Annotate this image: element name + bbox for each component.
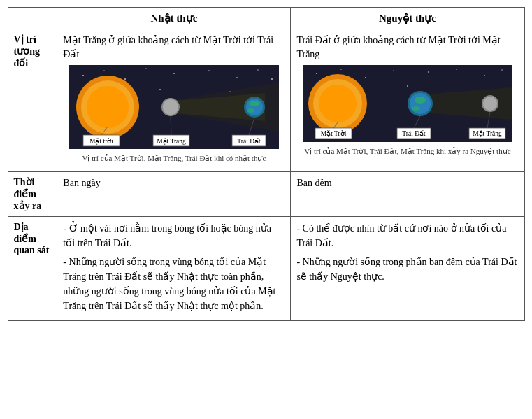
row-vi-tri: Vị trí tương đối Mặt Trăng ở giữa khoảng…	[8, 29, 524, 172]
solar-eclipse-diagram: Mặt trời Mặt Trăng Trái Đất	[63, 65, 285, 149]
svg-text:Mặt Trăng: Mặt Trăng	[473, 130, 502, 137]
row3-col2-item1: - Có thể được nhìn từ bất cứ nơi nào ở n…	[296, 221, 518, 250]
row1-label: Vị trí tương đối	[8, 29, 57, 172]
svg-point-50	[415, 97, 426, 104]
svg-text:Mặt Trời: Mặt Trời	[321, 130, 347, 137]
svg-point-51	[412, 106, 420, 111]
svg-point-7	[236, 77, 238, 78]
svg-point-34	[316, 73, 317, 74]
svg-point-38	[428, 71, 429, 73]
svg-point-22	[250, 101, 259, 106]
svg-point-9	[271, 78, 273, 80]
svg-point-17	[87, 86, 129, 128]
row-dia-diem: Địa điểm quan sát - Ở một vài nơi nằm tr…	[8, 216, 524, 320]
svg-point-37	[393, 70, 394, 71]
row1-col1-cell: Mặt Trăng ở giữa khoảng cách từ Mặt Trời…	[57, 29, 291, 172]
row2-col1-cell: Ban ngày	[57, 171, 291, 216]
svg-text:Trái Đất: Trái Đất	[237, 138, 261, 145]
comparison-table: Nhật thực Nguyệt thực Vị trí tương đối M…	[8, 7, 525, 321]
row2-label: Thời điểm xảy ra	[8, 171, 57, 216]
row1-col2-caption: Vị trí của Mặt Trời, Trái Đất, Mặt Trăng…	[296, 146, 518, 157]
row-thoi-diem: Thời điểm xảy ra Ban ngày Ban đêm	[8, 171, 524, 216]
row2-col1-text: Ban ngày	[63, 176, 285, 190]
row2-col2-text: Ban đêm	[296, 176, 518, 190]
row3-col1-item1: - Ở một vài nơi nằm trong bóng tối hoặc …	[63, 221, 285, 250]
svg-point-3	[124, 78, 126, 80]
svg-point-8	[257, 69, 259, 71]
svg-point-35	[340, 69, 342, 70]
svg-point-5	[173, 73, 175, 74]
svg-point-1	[82, 75, 84, 76]
row3-col2-cell: - Có thể được nhìn từ bất cứ nơi nào ở n…	[291, 216, 524, 320]
svg-point-53	[483, 97, 497, 111]
svg-text:Trái Đất: Trái Đất	[402, 130, 426, 137]
lunar-eclipse-diagram: Mặt Trời Trái Đất Mặt Trăng	[296, 65, 518, 142]
row2-col2-cell: Ban đêm	[291, 171, 524, 216]
row3-col1-cell: - Ở một vài nơi nằm trong bóng tối hoặc …	[57, 216, 291, 320]
svg-point-11	[159, 89, 161, 90]
svg-text:Mặt trời: Mặt trời	[89, 138, 113, 145]
svg-point-36	[365, 77, 366, 78]
svg-point-40	[484, 75, 485, 76]
row1-col2-text: Trái Đất ở giữa khoảng cách từ Mặt Trời …	[296, 34, 518, 61]
svg-point-19	[163, 99, 178, 115]
svg-point-23	[247, 108, 254, 113]
row3-col1-item2: - Những người sống trong vùng bóng tối c…	[63, 255, 285, 313]
svg-point-47	[319, 85, 357, 122]
svg-text:Mặt Trăng: Mặt Trăng	[157, 138, 186, 145]
row1-col1-text: Mặt Trăng ở giữa khoảng cách từ Mặt Trời…	[63, 34, 285, 61]
svg-point-2	[103, 70, 105, 71]
row1-col1-caption: Vị trí của Mặt Trời, Mặt Trăng, Trái Đất…	[63, 153, 285, 164]
row3-label: Địa điểm quan sát	[8, 216, 57, 320]
row3-col2-item2: - Những người sống trong phần ban đêm củ…	[296, 255, 518, 284]
svg-point-39	[456, 69, 457, 70]
col1-header: Nhật thực	[57, 8, 291, 29]
svg-point-43	[407, 85, 408, 87]
svg-point-6	[208, 70, 210, 71]
svg-point-41	[501, 69, 503, 71]
col2-header: Nguyệt thực	[291, 8, 524, 29]
row1-col2-cell: Trái Đất ở giữa khoảng cách từ Mặt Trời …	[291, 29, 524, 172]
svg-point-4	[145, 68, 147, 69]
